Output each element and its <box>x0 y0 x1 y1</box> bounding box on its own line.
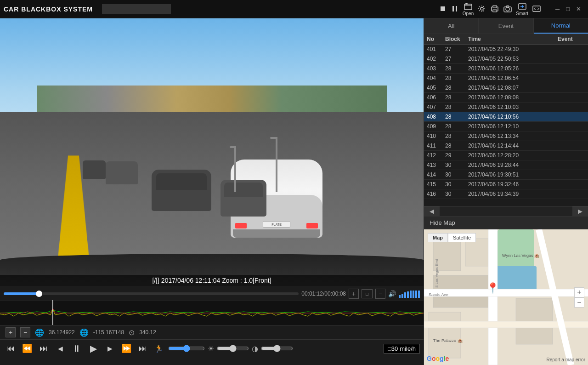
cell-block: 28 <box>445 85 468 91</box>
smart-btn[interactable]: Smart <box>516 2 528 16</box>
cell-no: 408 <box>427 114 445 120</box>
file-row[interactable]: 409 28 2017/04/06 12:12:10 <box>424 122 588 131</box>
snapshot-btn[interactable] <box>503 5 512 13</box>
title-bar-input[interactable] <box>102 4 171 14</box>
left-panel: PLATE <box>0 18 424 365</box>
cell-time: 2017/04/05 22:49:30 <box>468 46 558 52</box>
map-zoom-in-btn[interactable]: + <box>574 287 584 297</box>
file-row[interactable]: 416 30 2017/04/06 19:34:39 <box>424 189 588 199</box>
file-list-body[interactable]: 401 27 2017/04/05 22:49:30 402 27 2017/0… <box>424 45 588 206</box>
fast-rewind-btn[interactable]: ⏪ <box>20 342 34 354</box>
odometer-value: □30 <box>388 345 398 352</box>
time-display: 00:01:12/00:00:08 <box>301 291 346 297</box>
file-row[interactable]: 402 27 2017/04/05 22:50:53 <box>424 54 588 64</box>
close-btn[interactable]: ✕ <box>574 5 583 13</box>
scroll-right-btn[interactable]: ▶ <box>572 206 588 216</box>
cell-no: 403 <box>427 65 445 72</box>
cell-time: 2017/04/06 12:05:26 <box>468 65 558 72</box>
file-row[interactable]: 411 28 2017/04/06 12:14:44 <box>424 141 588 151</box>
hide-map-btn[interactable]: Hide Map <box>430 219 455 226</box>
file-row[interactable]: 403 28 2017/04/06 12:05:26 <box>424 64 588 74</box>
svg-text:Wynn Las Vegas 🏨: Wynn Las Vegas 🏨 <box>502 253 540 258</box>
map-tab-satellite[interactable]: Satellite <box>448 233 476 242</box>
step-back-btn[interactable]: ⏭ <box>37 342 51 354</box>
vol-bar-2 <box>401 294 403 298</box>
cell-no: 406 <box>427 94 445 101</box>
svg-text:S Las Vegas Blvd: S Las Vegas Blvd <box>435 259 439 288</box>
brightness-slider[interactable] <box>217 345 249 352</box>
skip-to-end-btn[interactable]: ⏭ <box>136 342 150 354</box>
cell-block: 28 <box>445 114 468 120</box>
tab-normal[interactable]: Normal <box>534 18 588 34</box>
vol-bar-3 <box>404 292 406 298</box>
cell-event <box>558 114 585 120</box>
file-row[interactable]: 404 28 2017/04/06 12:06:54 <box>424 74 588 83</box>
tab-event[interactable]: Event <box>479 18 533 34</box>
pause-btn[interactable]: ⏸ <box>70 342 84 354</box>
seek-track[interactable] <box>4 292 299 295</box>
cell-time: 2017/04/06 12:14:44 <box>468 143 558 149</box>
file-row[interactable]: 413 30 2017/04/06 19:28:44 <box>424 160 588 170</box>
cell-event <box>558 171 585 178</box>
col-event: Event <box>558 36 585 42</box>
scroll-left-btn[interactable]: ◀ <box>424 206 440 216</box>
minimize-btn[interactable]: ─ <box>553 5 562 13</box>
video-overlay: [/[] 2017/04/06 12:11:04 Zoom : 1.0[Fron… <box>0 18 424 286</box>
svg-text:📍: 📍 <box>486 282 499 294</box>
file-row[interactable]: 415 30 2017/04/06 19:32:46 <box>424 180 588 189</box>
file-row[interactable]: 405 28 2017/04/06 12:08:07 <box>424 83 588 93</box>
cell-event <box>558 75 585 81</box>
cell-time: 2017/04/06 12:28:20 <box>468 152 558 159</box>
pause-btn-top[interactable] <box>451 5 459 13</box>
map-zoom-controls: + − <box>574 287 584 308</box>
vol-bar-7 <box>415 291 417 298</box>
contrast-slider[interactable] <box>261 345 293 352</box>
file-row[interactable]: 401 27 2017/04/05 22:49:30 <box>424 45 588 54</box>
maximize-btn[interactable]: □ <box>564 5 572 13</box>
settings-btn[interactable] <box>477 5 486 13</box>
skip-to-start-btn[interactable]: ⏮ <box>4 342 17 354</box>
open-btn[interactable]: Open <box>463 2 474 16</box>
file-row[interactable]: 407 28 2017/04/06 12:10:03 <box>424 103 588 112</box>
map-zoom-out-btn[interactable]: − <box>574 297 584 308</box>
file-row[interactable]: 408 28 2017/04/06 12:10:56 <box>424 112 588 122</box>
svg-rect-4 <box>465 3 468 5</box>
zoom-plus-btn[interactable]: + <box>349 289 359 299</box>
add-btn[interactable]: + <box>6 327 16 337</box>
cell-no: 405 <box>427 85 445 91</box>
remove-btn[interactable]: − <box>20 327 30 337</box>
fast-forward-btn[interactable]: ⏩ <box>119 342 133 354</box>
file-row[interactable]: 414 30 2017/04/06 19:30:51 <box>424 170 588 180</box>
cell-block: 28 <box>445 133 468 139</box>
prev-frame-btn[interactable]: ◀ <box>53 342 67 354</box>
file-row[interactable]: 412 29 2017/04/06 12:28:20 <box>424 151 588 160</box>
google-logo: Google <box>427 355 449 362</box>
app-title: CAR BLACKBOX SYSTEM <box>4 6 93 13</box>
map-error-link[interactable]: Report a map error <box>547 357 585 362</box>
cell-time: 2017/04/06 12:08:08 <box>468 94 558 101</box>
map-tab-map[interactable]: Map <box>428 233 448 242</box>
zoom-minus-btn[interactable]: − <box>375 289 385 299</box>
stop-btn[interactable] <box>439 5 447 13</box>
map-container[interactable]: S Las Vegas Blvd Sands Ave 📍 Wynn Las Ve… <box>424 229 588 365</box>
speed-slider[interactable] <box>168 345 205 352</box>
print-btn[interactable] <box>490 5 499 13</box>
file-row[interactable]: 406 28 2017/04/06 12:08:08 <box>424 93 588 103</box>
col-time: Time <box>468 36 558 42</box>
play-btn[interactable]: ▶ <box>86 342 100 354</box>
gps-lat: 36.124922 <box>49 329 75 336</box>
cell-time: 2017/04/06 19:34:39 <box>468 191 558 197</box>
map-roads-svg: S Las Vegas Blvd Sands Ave 📍 Wynn Las Ve… <box>424 229 588 365</box>
next-frame-btn[interactable]: ▶ <box>103 342 117 354</box>
cell-event <box>558 162 585 168</box>
cell-block: 27 <box>445 56 468 62</box>
expand-btn[interactable] <box>532 5 541 13</box>
waveform-area[interactable] <box>0 300 424 325</box>
seekbar-row: 00:01:12/00:00:08 + □ − 🔊 <box>0 286 424 300</box>
compass-icon: ⊙ <box>129 328 135 337</box>
tab-all[interactable]: All <box>424 18 479 34</box>
odometer-display: □30 mile/h <box>384 344 420 354</box>
cell-no: 402 <box>427 56 445 62</box>
file-row[interactable]: 410 28 2017/04/06 12:13:34 <box>424 131 588 141</box>
display-normal-btn[interactable]: □ <box>362 289 373 298</box>
